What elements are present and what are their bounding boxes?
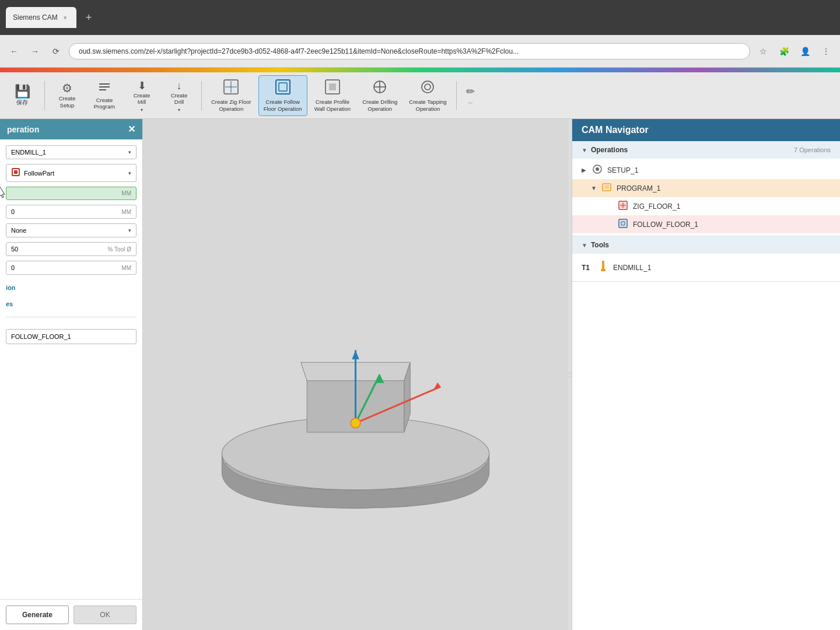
tools-section-header[interactable]: ▼ Tools [572, 236, 840, 254]
drill-arrow[interactable]: ▾ [178, 107, 180, 113]
create-profile-wall-label: Create Profile Wall Operation [314, 99, 351, 112]
svg-rect-43 [601, 269, 606, 271]
svg-rect-42 [602, 261, 604, 269]
svg-point-17 [425, 84, 430, 90]
tools-list: T1 ENDMILL_1 [572, 254, 840, 281]
main-layout: peration ✕ ENDMILL_1 ▾ [0, 119, 840, 630]
setup-label: SETUP_1 [607, 166, 638, 174]
follow-part-icon [11, 167, 20, 178]
input2-unit: MM [121, 209, 131, 215]
input4-unit: MM [121, 265, 131, 271]
bookmark-icon[interactable]: ☆ [755, 43, 771, 60]
profile-icon[interactable]: 👤 [797, 43, 813, 60]
tool-name: ENDMILL_1 [613, 264, 651, 272]
operations-label: Operations [591, 146, 628, 154]
right-panel: CAM Navigator ▼ Operations 7 Operations … [572, 119, 840, 630]
create-drill-button[interactable]: ↓ Create Drill [162, 78, 197, 107]
input2-field[interactable]: 0 MM [6, 205, 136, 219]
nav-item-program[interactable]: ▼ PROGRAM_1 [572, 179, 840, 197]
program-expand-arrow: ▼ [591, 185, 597, 191]
tapping-icon [419, 79, 436, 97]
save-icon: 💾 [15, 85, 30, 98]
operations-section-header[interactable]: ▼ Operations 7 Operations [572, 141, 840, 159]
generate-button[interactable]: Generate [6, 606, 69, 624]
menu-icon[interactable]: ⋮ [818, 43, 834, 60]
zig-floor-label: ZIG_FLOOR_1 [633, 202, 680, 211]
create-drill-label: Create Drill [171, 92, 188, 106]
toolbar: 💾 保存 ⚙ Create Setup Create Program ⬇ Cre… [0, 72, 840, 119]
operation-name-input[interactable] [6, 329, 136, 344]
mill-arrow[interactable]: ▾ [141, 107, 143, 113]
create-setup-button[interactable]: ⚙ Create Setup [50, 75, 85, 116]
create-program-button[interactable]: Create Program [87, 75, 122, 116]
panel-close-button[interactable]: ✕ [128, 124, 135, 135]
follow-part-select[interactable]: FollowPart ▾ [6, 164, 136, 182]
tools-label: Tools [591, 241, 609, 249]
input3-unit: % Tool Ø [108, 246, 131, 253]
tools-arrow: ▼ [582, 242, 587, 249]
save-button[interactable]: 💾 保存 [5, 75, 40, 116]
endmill-field-row: ENDMILL_1 ▾ [6, 145, 136, 159]
new-tab-button[interactable]: + [81, 9, 97, 26]
forward-button[interactable]: → [27, 43, 43, 60]
input4-field[interactable]: 0 MM [6, 261, 136, 275]
operations-tree: ▶ SETUP_1 ▼ [572, 159, 840, 236]
pencil-icon: ✏ [466, 86, 475, 97]
create-follow-floor-label: Create Follow Floor Operation [264, 99, 302, 112]
nav-item-follow-floor[interactable]: ▶ FOLLOW_FLOOR_1 [572, 215, 840, 233]
operations-section: ▼ Operations 7 Operations ▶ [572, 141, 840, 236]
url-input[interactable] [69, 43, 750, 60]
cursor-indicator [0, 185, 13, 202]
reload-button[interactable]: ⟳ [48, 43, 64, 60]
create-mill-label: Create Mill [134, 92, 150, 106]
drill-icon: ↓ [177, 80, 182, 91]
operations-arrow: ▼ [582, 147, 587, 153]
create-drilling-button[interactable]: Create Drilling Operation [358, 75, 402, 116]
rainbow-bar [0, 68, 840, 72]
input2-field-row: 0 MM [6, 205, 136, 219]
follow-floor-label: FOLLOW_FLOOR_1 [633, 220, 698, 229]
toolbar-separator-1 [44, 81, 45, 110]
tools-section: ▼ Tools T1 ENDMILL_1 [572, 236, 840, 282]
input3-value: 50 [11, 246, 18, 253]
left-panel: peration ✕ ENDMILL_1 ▾ [0, 119, 143, 630]
app-container: 💾 保存 ⚙ Create Setup Create Program ⬇ Cre… [0, 68, 840, 630]
browser-tab[interactable]: Siemens CAM × [6, 7, 76, 28]
cam-navigator-title: CAM Navigator [582, 125, 649, 135]
more-options-button[interactable]: ✏ ... [461, 75, 480, 116]
input1-field[interactable]: MM [6, 187, 136, 200]
more-label: ... [468, 98, 473, 104]
create-follow-floor-button[interactable]: Create Follow Floor Operation [258, 75, 307, 116]
zig-floor-icon [223, 79, 239, 97]
zig-floor-icon [618, 200, 628, 212]
program-icon [601, 182, 612, 194]
none-value: None [11, 227, 26, 234]
nav-item-setup[interactable]: ▶ SETUP_1 [572, 161, 840, 179]
endmill-dropdown-icon: ▾ [128, 149, 131, 155]
follow-part-dropdown-icon: ▾ [128, 170, 131, 176]
extension-icon[interactable]: 🧩 [776, 43, 792, 60]
create-profile-wall-button[interactable]: Create Profile Wall Operation [310, 75, 355, 116]
tool-icon [599, 261, 607, 274]
create-zig-floor-button[interactable]: Create Zig Floor Operation [206, 75, 256, 116]
svg-point-16 [422, 81, 433, 93]
nav-item-zig-floor[interactable]: ▶ ZIG_FLOOR_1 [572, 197, 840, 215]
viewport[interactable] [143, 119, 568, 630]
ok-button[interactable]: OK [74, 606, 136, 624]
create-mill-button[interactable]: ⬇ Create Mill [124, 78, 159, 107]
input1-field-row: MM [6, 187, 136, 200]
none-select[interactable]: None ▾ [6, 223, 136, 237]
create-tapping-button[interactable]: Create Tapping Operation [404, 75, 451, 116]
browser-chrome: Siemens CAM × + [0, 0, 840, 35]
input1-unit: MM [121, 190, 131, 197]
endmill-select[interactable]: ENDMILL_1 ▾ [6, 145, 136, 159]
input3-field[interactable]: 50 % Tool Ø [6, 242, 136, 256]
tab-close-button[interactable]: × [61, 13, 69, 22]
svg-marker-28 [352, 350, 359, 359]
none-field-row: None ▾ [6, 223, 136, 237]
address-bar: ← → ⟳ ☆ 🧩 👤 ⋮ [0, 35, 840, 68]
section-ion-label: ion [6, 284, 136, 291]
back-button[interactable]: ← [6, 43, 22, 60]
setup-icon: ⚙ [62, 82, 72, 94]
input4-field-row: 0 MM [6, 261, 136, 275]
